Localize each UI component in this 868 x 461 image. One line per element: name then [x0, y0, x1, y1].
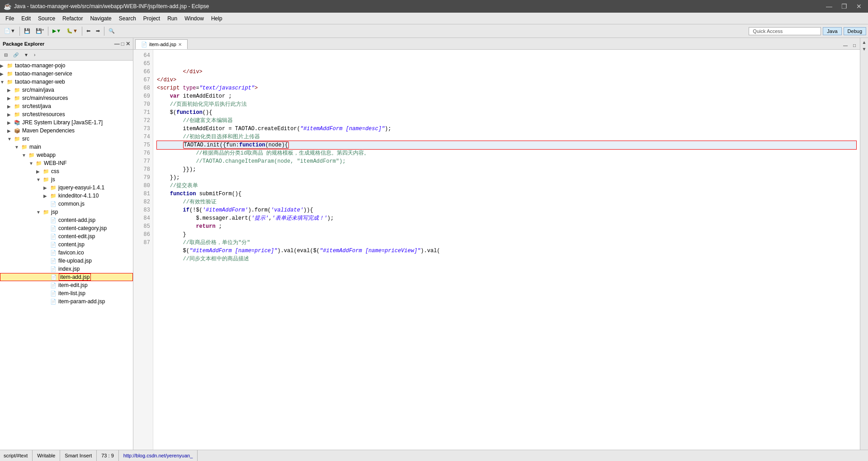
tree-label: item-list.jsp	[58, 290, 85, 296]
main-area: Package Explorer — □ ✕ ⊟ 🔗 ▼ › ▶📁taotao-…	[0, 38, 868, 450]
tree-arrow: ▼	[0, 80, 6, 85]
menu-item-window[interactable]: Window	[181, 14, 208, 23]
tree-arrow: ▶	[7, 96, 14, 101]
tree-icon: 📁	[14, 103, 21, 110]
code-line: $("#itemAddForm [name=price]").val(eval(…	[157, 247, 856, 255]
menu-item-run[interactable]: Run	[164, 14, 181, 23]
tree-item[interactable]: 📄file-upload.jsp	[0, 257, 133, 265]
link-with-editor-button[interactable]: 🔗	[11, 51, 21, 59]
tree-toolbar: ⊟ 🔗 ▼ ›	[0, 50, 133, 61]
tree-arrow: ▶	[36, 169, 42, 174]
tree-item[interactable]: 📄item-list.jsp	[0, 289, 133, 297]
tree-item[interactable]: ▼📁main	[0, 143, 133, 151]
tree-label: file-upload.jsp	[58, 258, 92, 264]
menu-item-source[interactable]: Source	[34, 14, 59, 23]
prev-button[interactable]: ⬅	[84, 27, 93, 35]
menu-item-project[interactable]: Project	[140, 14, 164, 23]
close-panel-button[interactable]: ✕	[126, 41, 130, 47]
line-number: 73	[136, 125, 150, 133]
editor-maximize-button[interactable]: □	[851, 42, 858, 49]
editor-controls: — □	[841, 42, 858, 49]
save-button[interactable]: 💾	[22, 27, 33, 35]
tree-arrow: ▶	[43, 193, 50, 198]
line-number: 80	[136, 182, 150, 190]
tree-item[interactable]: ▶📦Maven Dependencies	[0, 127, 133, 135]
tab-close-button[interactable]: ✕	[178, 42, 182, 47]
code-line: //同步文本框中的商品描述	[157, 255, 856, 263]
tree-arrow: ▶	[0, 63, 6, 68]
tree-icon: 📄	[50, 241, 57, 248]
minimize-panel-button[interactable]: —	[114, 41, 120, 47]
tree-item[interactable]: ▼📁webapp	[0, 151, 133, 159]
panel-title-bar: Package Explorer — □ ✕	[0, 38, 133, 50]
search-button[interactable]: 🔍	[106, 27, 117, 35]
tree-icon: 📁	[14, 111, 21, 118]
tree-item[interactable]: 📄index.jsp	[0, 265, 133, 273]
editor-tab-item-add[interactable]: 📄 item-add.jsp ✕	[135, 39, 188, 49]
debug-run-button[interactable]: 🐛▼	[64, 27, 80, 35]
tree-item[interactable]: ▼📁WEB-INF	[0, 159, 133, 167]
tree-item[interactable]: ▶📁src/main/java	[0, 86, 133, 94]
tree-arrow: ▼	[36, 210, 42, 215]
close-button[interactable]: ✕	[854, 2, 864, 11]
tree-item[interactable]: ▶📁taotao-manager-service	[0, 70, 133, 78]
tree-item[interactable]: 📄item-add.jsp	[0, 273, 133, 281]
maximize-panel-button[interactable]: □	[121, 41, 124, 47]
tree-label: item-add.jsp	[59, 273, 91, 281]
tree-item[interactable]: ▶📁kindeditor-4.1.10	[0, 192, 133, 200]
menu-item-help[interactable]: Help	[208, 14, 226, 23]
tree-label: content.jsp	[58, 241, 85, 248]
menu-item-file[interactable]: File	[2, 14, 18, 23]
tree-item[interactable]: 📄content-edit.jsp	[0, 232, 133, 240]
tree-item[interactable]: ▼📁taotao-manager-web	[0, 78, 133, 86]
code-line: var itemAddEditor ;	[157, 92, 856, 100]
collapse-all-button[interactable]: ⊟	[2, 51, 10, 59]
code-content[interactable]: </div></div><script type="text/javascrip…	[153, 50, 860, 450]
tree-menu-button[interactable]: ▼	[22, 51, 31, 59]
tree-item[interactable]: 📄item-edit.jsp	[0, 281, 133, 289]
tree-icon: 📄	[50, 249, 57, 256]
tree-item[interactable]: 📄common.js	[0, 200, 133, 208]
tree-item[interactable]: ▶📁css	[0, 167, 133, 175]
tab-icon: 📄	[141, 42, 147, 47]
save-all-button[interactable]: 💾*	[33, 27, 46, 35]
quick-access-box[interactable]: Quick Access	[749, 27, 821, 35]
line-number: 85	[136, 222, 150, 230]
tree-icon: 📁	[42, 168, 50, 175]
tree-item[interactable]: 📄favicon.ico	[0, 249, 133, 257]
right-sidebar-btn1[interactable]: ▲	[861, 39, 868, 46]
tree-item[interactable]: ▶📁src/test/java	[0, 102, 133, 110]
menu-item-navigate[interactable]: Navigate	[86, 14, 115, 23]
tree-item[interactable]: 📄content.jsp	[0, 240, 133, 249]
minimize-button[interactable]: —	[823, 2, 835, 11]
tree-item[interactable]: ▼📁src	[0, 135, 133, 143]
java-perspective-button[interactable]: Java	[823, 27, 841, 35]
tree-item[interactable]: ▼📁js	[0, 175, 133, 183]
menu-item-edit[interactable]: Edit	[18, 14, 34, 23]
editor-minimize-button[interactable]: —	[841, 42, 850, 49]
status-writable: Writable	[33, 450, 60, 461]
tree-label: content-category.jsp	[58, 225, 107, 231]
debug-perspective-button[interactable]: Debug	[844, 27, 866, 35]
tree-item[interactable]: ▼📁jsp	[0, 208, 133, 216]
tree-item[interactable]: 📄item-param-add.jsp	[0, 297, 133, 306]
right-sidebar-btn2[interactable]: ▼	[861, 46, 868, 52]
tree-item[interactable]: 📄content-category.jsp	[0, 224, 133, 232]
tree-item[interactable]: ▶📁src/main/resources	[0, 94, 133, 102]
code-line: //页面初始化完毕后执行此方法	[157, 100, 856, 108]
scroll-right-button[interactable]: ›	[32, 51, 38, 59]
line-number: 64	[136, 52, 150, 60]
tree-arrow: ▼	[29, 161, 35, 166]
next-button[interactable]: ➡	[94, 27, 102, 35]
maximize-button[interactable]: ❐	[839, 2, 850, 11]
menu-item-search[interactable]: Search	[115, 14, 140, 23]
tree-item[interactable]: 📄content-add.jsp	[0, 216, 133, 224]
tree-item[interactable]: ▶📚JRE System Library [JavaSE-1.7]	[0, 118, 133, 127]
new-button[interactable]: 📄▼	[2, 27, 18, 35]
code-line: //有效性验证	[157, 198, 856, 206]
menu-item-refactor[interactable]: Refactor	[59, 14, 86, 23]
tree-item[interactable]: ▶📁taotao-manager-pojo	[0, 61, 133, 70]
run-button[interactable]: ▶▼	[50, 27, 63, 35]
tree-item[interactable]: ▶📁src/test/resources	[0, 110, 133, 118]
tree-item[interactable]: ▶📁jquery-easyui-1.4.1	[0, 183, 133, 192]
